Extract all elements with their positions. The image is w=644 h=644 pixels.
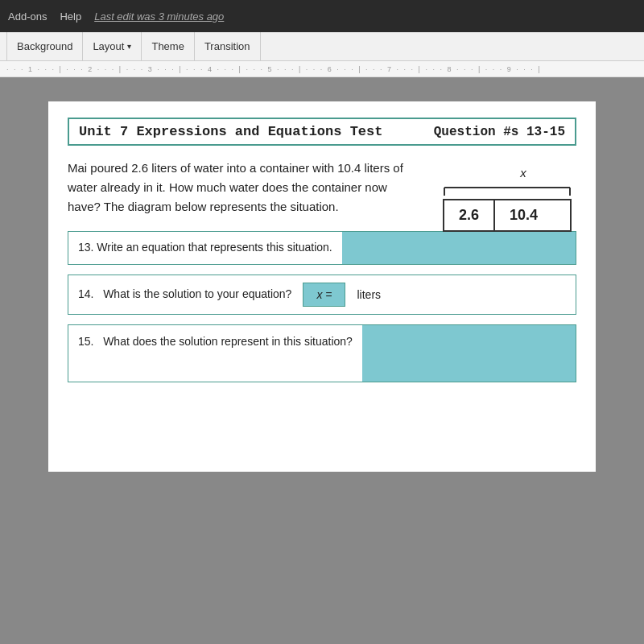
question-15-answer[interactable]: [362, 325, 576, 382]
question-15-label: 15. What does the solution represent in …: [68, 325, 362, 358]
slide-title: Unit 7 Expressions and Equations Test: [79, 124, 434, 139]
problem-text: Mai poured 2.6 liters of water into a co…: [68, 159, 414, 217]
question-13-label: 13. Write an equation that represents th…: [68, 232, 342, 264]
question-14-label: 14. What is the solution to your equatio…: [78, 287, 291, 303]
theme-button[interactable]: Theme: [142, 32, 194, 60]
diagram-cell-2: 10.4: [495, 200, 552, 230]
background-button[interactable]: Background: [6, 32, 83, 60]
slide: Unit 7 Expressions and Equations Test Qu…: [48, 101, 596, 472]
addons-menu[interactable]: Add-ons: [8, 10, 47, 23]
diagram-cell-1: 2.6: [444, 200, 495, 230]
diagram-box: 2.6 10.4: [443, 199, 572, 232]
help-menu[interactable]: Help: [60, 10, 81, 23]
liters-label: liters: [357, 288, 381, 301]
main-content: Unit 7 Expressions and Equations Test Qu…: [0, 77, 644, 644]
question-14-row: 14. What is the solution to your equatio…: [68, 275, 576, 315]
transition-button[interactable]: Transition: [195, 32, 261, 60]
question-label: Question #s 13-15: [434, 125, 565, 139]
layout-button[interactable]: Layout ▾: [83, 32, 142, 60]
toolbar: Background Layout ▾ Theme Transition: [0, 32, 644, 61]
diagram-x-label: x: [459, 166, 588, 180]
diagram: x 2.6 10.4: [443, 166, 572, 232]
ruler: · · · 1 · · · | · · · 2 · · · | · · · 3 …: [0, 61, 644, 77]
title-bar: Unit 7 Expressions and Equations Test Qu…: [68, 118, 576, 146]
diagram-brace-svg: [443, 183, 572, 197]
layout-arrow: ▾: [127, 42, 131, 51]
question-13-answer[interactable]: [342, 232, 576, 264]
question-13-row: 13. Write an equation that represents th…: [68, 231, 576, 265]
question-15-row: 15. What does the solution represent in …: [68, 324, 576, 382]
last-edit-label: Last edit was 3 minutes ago: [94, 10, 224, 23]
top-bar: Add-ons Help Last edit was 3 minutes ago: [0, 0, 644, 32]
x-equals-input[interactable]: x =: [303, 283, 345, 307]
ruler-marks: · · · 1 · · · | · · · 2 · · · | · · · 3 …: [6, 65, 542, 73]
